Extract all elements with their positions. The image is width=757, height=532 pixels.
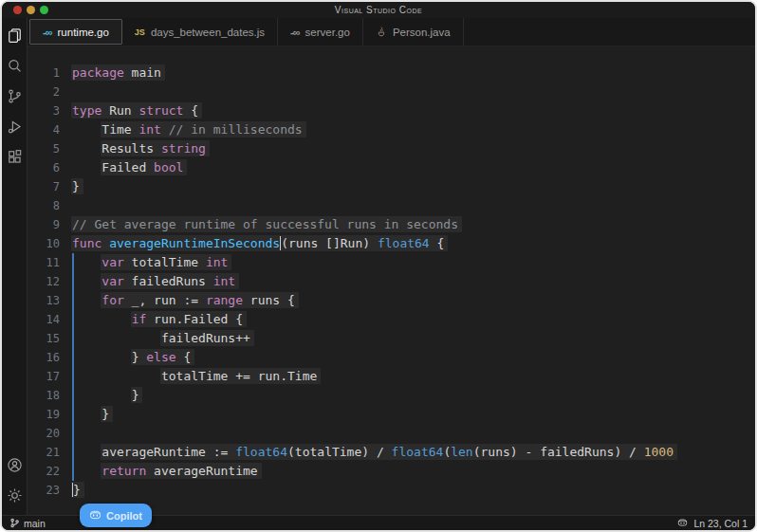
line-text: } xyxy=(71,386,142,405)
settings-gear-icon[interactable] xyxy=(7,487,23,504)
copilot-status[interactable] xyxy=(677,518,688,528)
line-text: var totalTime int xyxy=(71,253,231,272)
editor-column: -∞ runtime.go JS days_between_dates.js -… xyxy=(28,18,755,515)
code-line[interactable]: 2 xyxy=(28,83,755,101)
line-text: } xyxy=(71,405,113,424)
branch-icon xyxy=(9,518,20,528)
line-text: return averageRuntime xyxy=(71,462,262,481)
tab-bar: -∞ runtime.go JS days_between_dates.js -… xyxy=(28,18,755,46)
line-number[interactable]: 5 xyxy=(28,139,71,158)
line-text: if run.Failed { xyxy=(71,310,247,329)
tab-label: Person.java xyxy=(393,27,451,38)
line-text: // Get average runtime of successful run… xyxy=(71,215,462,234)
close-window-button[interactable] xyxy=(13,6,22,14)
tab-server-go[interactable]: -∞ server.go xyxy=(278,18,363,46)
code-line[interactable]: 9// Get average runtime of successful ru… xyxy=(28,215,755,234)
search-icon[interactable] xyxy=(7,58,23,74)
code-line[interactable]: 22 return averageRuntime xyxy=(28,462,755,481)
code-line[interactable]: 11 var totalTime int xyxy=(28,253,755,272)
line-text: } xyxy=(71,177,83,196)
code-line[interactable]: 8 xyxy=(28,196,755,215)
javascript-file-icon: JS xyxy=(135,28,145,37)
line-text: Failed bool xyxy=(71,158,187,177)
traffic-lights xyxy=(13,2,48,18)
code-line[interactable]: 12 var failedRuns int xyxy=(28,272,755,291)
line-number[interactable]: 23 xyxy=(28,481,71,500)
tab-label: runtime.go xyxy=(58,27,109,38)
copilot-icon xyxy=(89,509,102,522)
code-line[interactable]: 19 } xyxy=(28,405,755,424)
line-number[interactable]: 20 xyxy=(28,424,71,443)
go-file-icon: -∞ xyxy=(43,27,52,38)
code-line[interactable]: 16 } else { xyxy=(28,348,755,367)
code-line[interactable]: 20 xyxy=(28,424,755,443)
vscode-window: Visual Studio Code xyxy=(0,0,757,532)
line-number[interactable]: 11 xyxy=(28,253,71,272)
code-line[interactable]: 18 } xyxy=(28,386,755,405)
code-line[interactable]: 21 averageRuntime := float64(totalTime) … xyxy=(28,443,755,462)
tab-label: days_between_dates.js xyxy=(151,27,265,38)
line-number[interactable]: 16 xyxy=(28,348,71,367)
line-text: failedRuns++ xyxy=(71,329,254,348)
code-line[interactable]: 17 totalTime += run.Time xyxy=(28,367,755,386)
line-number[interactable]: 12 xyxy=(28,272,71,291)
line-text: for _, run := range runs { xyxy=(71,291,299,310)
line-number[interactable]: 19 xyxy=(28,405,71,424)
account-icon[interactable] xyxy=(7,457,23,473)
source-control-icon[interactable] xyxy=(7,88,23,104)
line-number[interactable]: 22 xyxy=(28,462,71,481)
extensions-icon[interactable] xyxy=(7,149,23,165)
line-number[interactable]: 14 xyxy=(28,310,71,329)
code-line[interactable]: 1package main xyxy=(28,64,755,83)
code-editor[interactable]: 1package main23type Run struct {4 Time i… xyxy=(28,46,755,515)
code-line[interactable]: 15 failedRuns++ xyxy=(28,329,755,348)
line-number[interactable]: 2 xyxy=(28,83,71,101)
line-number[interactable]: 9 xyxy=(28,215,71,234)
tab-runtime-go[interactable]: -∞ runtime.go xyxy=(29,19,122,45)
line-text: package main xyxy=(71,64,165,83)
line-number[interactable]: 6 xyxy=(28,158,71,177)
code-line[interactable]: 7} xyxy=(28,177,755,196)
window-title: Visual Studio Code xyxy=(335,5,422,15)
line-text: var failedRuns int xyxy=(71,272,239,291)
copilot-status-icon xyxy=(677,518,688,528)
run-debug-icon[interactable] xyxy=(7,119,23,135)
line-number[interactable]: 18 xyxy=(28,386,71,405)
cursor-position-label: Ln 23, Col 1 xyxy=(693,518,748,529)
tab-person-java[interactable]: Person.java xyxy=(363,18,464,46)
line-number[interactable]: 15 xyxy=(28,329,71,348)
line-number[interactable]: 21 xyxy=(28,443,71,462)
line-number[interactable]: 3 xyxy=(28,101,71,120)
line-number[interactable]: 13 xyxy=(28,291,71,310)
branch-indicator[interactable]: main xyxy=(9,518,46,529)
code-line[interactable]: 13 for _, run := range runs { xyxy=(28,291,755,310)
line-number[interactable]: 7 xyxy=(28,177,71,196)
code-line[interactable]: 23} xyxy=(28,481,755,500)
line-number[interactable]: 1 xyxy=(28,64,71,83)
line-number[interactable]: 8 xyxy=(28,196,71,215)
go-file-icon: -∞ xyxy=(290,27,300,38)
main-row: -∞ runtime.go JS days_between_dates.js -… xyxy=(2,18,755,515)
line-number[interactable]: 17 xyxy=(28,367,71,386)
line-text: averageRuntime := float64(totalTime) / f… xyxy=(71,443,677,462)
line-text: } xyxy=(71,481,84,500)
explorer-icon[interactable] xyxy=(7,28,23,44)
zoom-window-button[interactable] xyxy=(40,6,48,14)
code-line[interactable]: 14 if run.Failed { xyxy=(28,310,755,329)
tab-days-between-dates-js[interactable]: JS days_between_dates.js xyxy=(122,18,278,46)
code-line[interactable]: 5 Results string xyxy=(28,139,755,158)
line-text: Results string xyxy=(71,139,210,158)
line-number[interactable]: 4 xyxy=(28,120,71,139)
code-line[interactable]: 10func averageRuntimeInSeconds(runs []Ru… xyxy=(28,234,755,253)
line-text: func averageRuntimeInSeconds(runs []Run)… xyxy=(71,234,448,253)
code-line[interactable]: 4 Time int // in milliseconds xyxy=(28,120,755,139)
line-text: type Run struct { xyxy=(71,101,202,120)
java-file-icon xyxy=(376,26,387,39)
code-line[interactable]: 3type Run struct { xyxy=(28,101,755,120)
copilot-button[interactable]: Copilot xyxy=(80,504,152,527)
cursor-position[interactable]: Ln 23, Col 1 xyxy=(693,518,748,529)
line-number[interactable]: 10 xyxy=(28,234,71,253)
activity-bar xyxy=(2,18,28,515)
code-line[interactable]: 6 Failed bool xyxy=(28,158,755,177)
minimize-window-button[interactable] xyxy=(27,6,35,14)
